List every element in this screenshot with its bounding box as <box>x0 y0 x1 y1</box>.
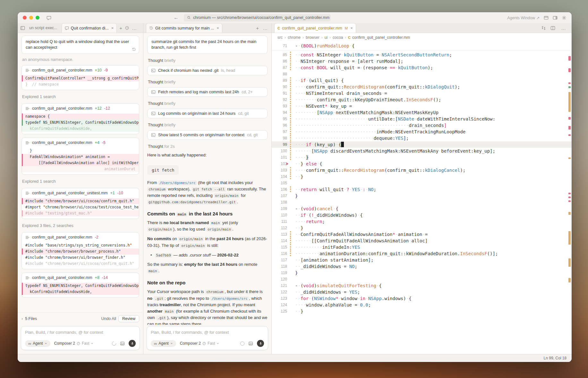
files-count[interactable]: 5 Files <box>25 316 37 321</box>
diff-card[interactable]: confirm_quit_panel_controller_unittest.m… <box>21 188 139 219</box>
microphone-button[interactable] <box>129 340 136 347</box>
tab-quit-confirmation[interactable]: Quit confirmation di... × <box>62 23 117 33</box>
line-number[interactable]: 100 <box>272 148 287 154</box>
tab-git-commits-summary[interactable]: Git commits summary for main ... × <box>146 23 222 33</box>
line-number[interactable]: 85 <box>272 52 287 58</box>
agent-mode-selector[interactable]: ∞ Agent <box>151 340 176 347</box>
line-number[interactable]: 101 <box>272 154 287 161</box>
undo-icon[interactable] <box>132 47 136 51</box>
line-number[interactable]: 97 <box>272 129 287 135</box>
line-number[interactable]: 99 <box>272 141 287 148</box>
terminal-command-card[interactable]: Fetch remotes and log main commits last … <box>147 87 268 97</box>
line-number[interactable]: 86 <box>272 58 287 64</box>
thought-row[interactable]: Thought briefly <box>148 122 267 127</box>
code-area[interactable]: 85··const·NSInteger·kQuitButton·=·NSAler… <box>272 50 572 354</box>
line-number[interactable]: 115 <box>272 244 287 250</box>
right-sidebar-icon[interactable] <box>553 15 558 20</box>
close-icon[interactable]: × <box>111 26 114 30</box>
chat-bubble-icon[interactable] <box>47 15 51 20</box>
line-number[interactable]: 125 <box>272 308 287 315</box>
line-number[interactable]: 122 <box>272 289 287 295</box>
breadcrumb-file[interactable]: Cconfirm_quit_panel_controller.mm <box>348 35 410 40</box>
diff-card[interactable]: confirm_quit_panel_controller.mm-2#inclu… <box>21 232 139 269</box>
line-number[interactable]: 119 <box>272 270 287 276</box>
line-number[interactable]: 92 <box>272 97 287 103</box>
explored-label[interactable]: Explored 1 search <box>22 94 139 99</box>
user-prompt-card[interactable]: summarize git commits for the past 24 ho… <box>147 36 268 54</box>
line-number[interactable]: 109 <box>272 206 287 212</box>
new-tab-button[interactable]: + <box>255 25 260 31</box>
line-number[interactable]: 113 <box>272 231 287 238</box>
user-prompt-card[interactable]: replace hold Q to quit with a window dia… <box>21 36 139 54</box>
line-number[interactable]: 123 <box>272 295 287 302</box>
breadcrumb-item[interactable]: cocoa <box>333 35 343 40</box>
composer-input[interactable]: Plan, Build, / for commands, @ for conte… <box>151 330 264 335</box>
line-number[interactable]: 124 <box>272 302 287 308</box>
line-number[interactable]: 112 <box>272 225 287 231</box>
line-number[interactable]: 104 <box>272 173 287 180</box>
cursor-position[interactable]: Ln 99, Col 18 <box>544 356 567 360</box>
line-number[interactable]: 71 <box>272 42 287 50</box>
breadcrumb-item[interactable]: src <box>277 35 283 40</box>
zoom-window-button[interactable] <box>36 16 39 20</box>
diff-card[interactable]: confirm_quit_panel_controller.mm+10-9Con… <box>21 65 139 90</box>
layout-panel-icon[interactable] <box>544 15 549 20</box>
split-editor-icon[interactable] <box>550 26 555 30</box>
breadcrumb-item[interactable]: chrome <box>288 35 301 40</box>
breadcrumb[interactable]: src›chrome›browser›ui›cocoa›Cconfirm_qui… <box>272 33 572 42</box>
panel1-scroll-area[interactable]: replace hold Q to quit with a window dia… <box>18 33 143 312</box>
composer-input[interactable]: Plan, Build, / for commands, @ for conte… <box>25 330 136 335</box>
microphone-button[interactable] <box>257 340 264 347</box>
more-menu-icon[interactable]: … <box>261 25 269 31</box>
line-number[interactable]: 89 <box>272 77 287 84</box>
line-number[interactable]: 121 <box>272 282 287 289</box>
line-number[interactable]: 118 <box>272 263 287 270</box>
code-editor[interactable]: src›chrome›browser›ui›cocoa›Cconfirm_qui… <box>272 33 572 354</box>
window-title-pill[interactable]: chromium — src/chrome/browser/ui/cocoa/c… <box>184 14 331 21</box>
line-number[interactable]: 95 <box>272 116 287 122</box>
minimize-window-button[interactable] <box>29 16 33 20</box>
line-number[interactable]: 91 <box>272 90 287 97</box>
more-menu-icon[interactable]: … <box>560 25 567 31</box>
line-number[interactable]: 107 <box>272 193 287 199</box>
line-number[interactable]: 105 <box>272 180 287 186</box>
thought-row[interactable]: Thought briefly <box>148 80 267 84</box>
agents-window-link[interactable]: Agents Window ↗ <box>507 15 540 20</box>
agent-mode-selector[interactable]: ∞ Agent <box>25 340 50 347</box>
explored-label[interactable]: Explored 1 search <box>22 179 139 184</box>
close-icon[interactable]: × <box>350 26 353 30</box>
diff-card[interactable]: confirm_quit_panel_controller.mm+8-14typ… <box>21 273 139 298</box>
undo-all-button[interactable]: Undo All <box>101 316 116 321</box>
close-icon[interactable]: × <box>217 26 219 30</box>
line-number[interactable]: 106 <box>272 186 287 193</box>
breadcrumb-item[interactable]: ui <box>325 35 328 40</box>
thought-row[interactable]: Thought for 2s <box>148 144 267 149</box>
history-icon[interactable] <box>125 26 129 30</box>
panel2-scroll-area[interactable]: summarize git commits for the past 24 ho… <box>143 33 271 325</box>
sidebar-toggle-icon[interactable] <box>20 26 25 30</box>
image-attach-icon[interactable] <box>248 341 253 346</box>
new-tab-button[interactable]: + <box>118 25 124 31</box>
line-number[interactable]: 120 <box>272 276 287 282</box>
line-number[interactable]: 117 <box>272 257 287 263</box>
breadcrumb-item[interactable]: browser <box>306 35 320 40</box>
terminal-command-card[interactable]: Check if chromium has nested .gitls, hea… <box>147 66 268 75</box>
tab-run-script[interactable]: un script exec... <box>26 23 60 33</box>
line-number[interactable]: 103 <box>272 167 287 173</box>
line-number[interactable]: 98 <box>272 135 287 141</box>
terminal-command-card[interactable]: Show latest 5 commits on origin/main for… <box>147 130 268 140</box>
more-menu-icon[interactable]: … <box>131 25 138 31</box>
line-number[interactable]: 90 <box>272 84 287 90</box>
line-number[interactable]: 111 <box>272 218 287 225</box>
diff-card[interactable]: confirm_quit_panel_controller.mm+12-12na… <box>21 103 139 134</box>
tab-editor-file[interactable]: C confirm_quit_panel_controller.mm M × <box>274 23 356 33</box>
model-selector[interactable]: Composer 2 Fast <box>54 341 94 346</box>
image-attach-icon[interactable] <box>120 341 125 346</box>
chevron-right-icon[interactable]: › <box>21 316 23 321</box>
line-number[interactable]: 88 <box>272 71 287 77</box>
line-number[interactable]: 116 <box>272 250 287 257</box>
line-number[interactable]: 110 <box>272 212 287 218</box>
diff-card[interactable]: confirm_quit_panel_controller.mm+4-5 } F… <box>21 138 139 175</box>
line-number[interactable]: 87 <box>272 64 287 71</box>
thought-row[interactable]: Thought briefly <box>148 101 267 106</box>
